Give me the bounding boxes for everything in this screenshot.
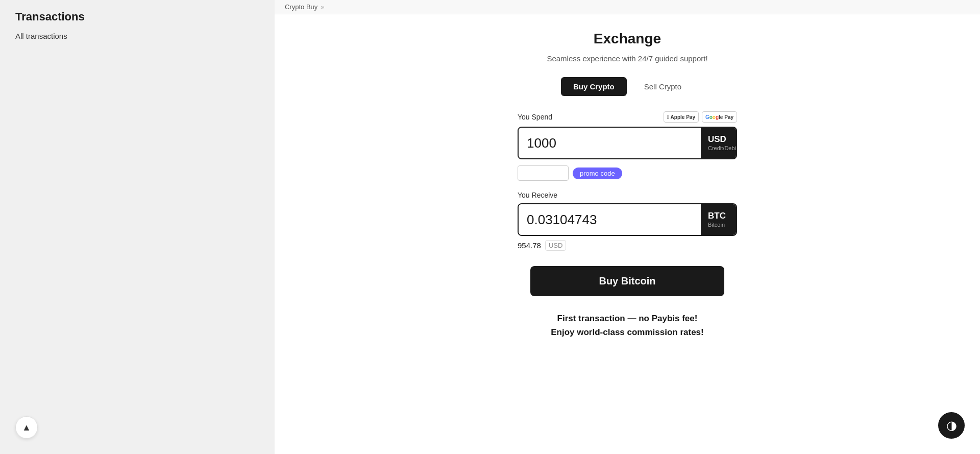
- receive-field-header: You Receive: [518, 191, 737, 199]
- promo-badge[interactable]: promo code: [573, 168, 622, 179]
- sell-crypto-button[interactable]: Sell Crypto: [632, 77, 694, 96]
- theme-toggle-button[interactable]: ◑: [938, 412, 965, 439]
- scroll-up-button[interactable]: ▲: [15, 416, 38, 439]
- theme-icon: ◑: [946, 418, 957, 433]
- btc-code: BTC: [708, 211, 726, 221]
- breadcrumb-separator: »: [321, 3, 324, 11]
- conversion-rate: 954.78 USD: [518, 240, 737, 251]
- currency-code: USD: [708, 134, 737, 145]
- promo-row: promo code: [518, 165, 737, 181]
- payment-icons:  Apple Pay Google Pay: [664, 111, 737, 123]
- scroll-up-icon: ▲: [22, 422, 31, 433]
- breadcrumb: Crypto Buy »: [275, 0, 980, 14]
- buy-bitcoin-button[interactable]: Buy Bitcoin: [530, 266, 724, 296]
- rate-value: 954.78: [518, 241, 541, 250]
- receive-amount-input[interactable]: [519, 204, 701, 235]
- buy-sell-toggle: Buy Crypto Sell Crypto: [561, 77, 694, 96]
- spend-field-header: You Spend  Apple Pay Google Pay: [518, 111, 737, 123]
- sidebar: Transactions All transactions: [0, 0, 275, 454]
- main-content: Crypto Buy » Exchange Seamless experienc…: [275, 0, 980, 454]
- spend-amount-input[interactable]: [519, 128, 701, 158]
- buy-crypto-button[interactable]: Buy Crypto: [561, 77, 627, 96]
- receive-section: You Receive BTC Bitcoin ▾ 954.78 USD: [518, 191, 737, 251]
- google-pay-icon: Google Pay: [702, 111, 737, 123]
- promo-text-line1: First transaction — no Paybis fee!: [518, 312, 737, 325]
- currency-selector[interactable]: USD Credit/Debit Card ▾: [701, 128, 737, 158]
- spend-input-group: USD Credit/Debit Card ▾: [518, 127, 737, 159]
- exchange-subtitle: Seamless experience with 24/7 guided sup…: [547, 54, 707, 63]
- apple-pay-icon:  Apple Pay: [664, 111, 699, 123]
- btc-name: Bitcoin: [708, 222, 726, 228]
- sidebar-link-all-transactions[interactable]: All transactions: [15, 32, 67, 40]
- promo-text: First transaction — no Paybis fee! Enjoy…: [518, 312, 737, 339]
- exchange-form: You Spend  Apple Pay Google Pay USD Cre…: [518, 111, 737, 339]
- exchange-title: Exchange: [594, 31, 661, 47]
- currency-subtext: Credit/Debit Card: [708, 145, 737, 152]
- spend-label: You Spend: [518, 113, 552, 121]
- btc-selector[interactable]: BTC Bitcoin ▾: [701, 204, 737, 235]
- breadcrumb-crypto-buy: Crypto Buy: [285, 3, 317, 11]
- rate-currency: USD: [545, 240, 566, 251]
- receive-input-group: BTC Bitcoin ▾: [518, 203, 737, 236]
- promo-input[interactable]: [518, 165, 569, 181]
- promo-text-line2: Enjoy world-class commission rates!: [518, 325, 737, 339]
- receive-label: You Receive: [518, 191, 557, 199]
- sidebar-title: Transactions: [15, 10, 259, 23]
